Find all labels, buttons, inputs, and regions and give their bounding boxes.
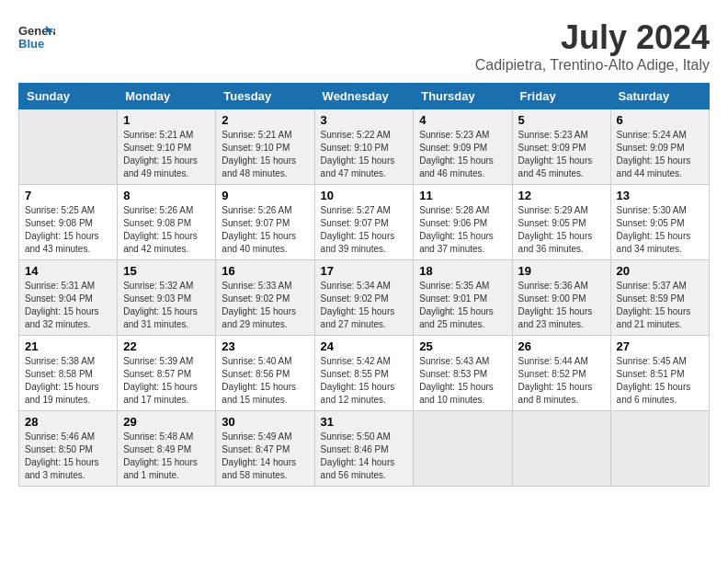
day-detail: Sunrise: 5:25 AM Sunset: 9:08 PM Dayligh… — [25, 204, 111, 256]
calendar-day-30: 30Sunrise: 5:49 AM Sunset: 8:47 PM Dayli… — [216, 411, 314, 487]
calendar-day-5: 5Sunrise: 5:23 AM Sunset: 9:09 PM Daylig… — [512, 109, 610, 185]
day-number: 14 — [25, 264, 111, 278]
calendar-day-21: 21Sunrise: 5:38 AM Sunset: 8:58 PM Dayli… — [19, 336, 118, 411]
day-number: 20 — [617, 264, 703, 278]
calendar-day-16: 16Sunrise: 5:33 AM Sunset: 9:02 PM Dayli… — [216, 260, 314, 336]
day-number: 9 — [222, 189, 308, 202]
day-detail: Sunrise: 5:43 AM Sunset: 8:53 PM Dayligh… — [419, 355, 506, 407]
calendar-week-row: 1Sunrise: 5:21 AM Sunset: 9:10 PM Daylig… — [19, 109, 710, 185]
calendar-day-25: 25Sunrise: 5:43 AM Sunset: 8:53 PM Dayli… — [414, 336, 512, 411]
calendar-day-8: 8Sunrise: 5:26 AM Sunset: 9:08 PM Daylig… — [118, 185, 216, 260]
calendar-day-18: 18Sunrise: 5:35 AM Sunset: 9:01 PM Dayli… — [414, 260, 512, 336]
day-detail: Sunrise: 5:48 AM Sunset: 8:49 PM Dayligh… — [123, 431, 210, 482]
calendar-day-29: 29Sunrise: 5:48 AM Sunset: 8:49 PM Dayli… — [118, 411, 216, 487]
calendar-day-12: 12Sunrise: 5:29 AM Sunset: 9:05 PM Dayli… — [512, 185, 610, 260]
calendar-day-7: 7Sunrise: 5:25 AM Sunset: 9:08 PM Daylig… — [19, 185, 118, 260]
calendar-day-28: 28Sunrise: 5:46 AM Sunset: 8:50 PM Dayli… — [19, 411, 118, 487]
day-detail: Sunrise: 5:26 AM Sunset: 9:07 PM Dayligh… — [222, 204, 308, 256]
day-number: 31 — [321, 415, 408, 429]
day-number: 13 — [617, 189, 703, 202]
calendar-day-empty — [414, 411, 512, 487]
day-detail: Sunrise: 5:37 AM Sunset: 8:59 PM Dayligh… — [617, 280, 703, 331]
day-detail: Sunrise: 5:24 AM Sunset: 9:09 PM Dayligh… — [617, 129, 703, 180]
day-number: 24 — [321, 339, 408, 353]
calendar-week-row: 14Sunrise: 5:31 AM Sunset: 9:04 PM Dayli… — [19, 260, 710, 336]
calendar-day-13: 13Sunrise: 5:30 AM Sunset: 9:05 PM Dayli… — [610, 185, 709, 260]
day-detail: Sunrise: 5:45 AM Sunset: 8:51 PM Dayligh… — [617, 355, 703, 407]
calendar-day-22: 22Sunrise: 5:39 AM Sunset: 8:57 PM Dayli… — [118, 336, 216, 411]
calendar-day-11: 11Sunrise: 5:28 AM Sunset: 9:06 PM Dayli… — [414, 185, 512, 260]
svg-text:Blue: Blue — [18, 37, 44, 51]
day-number: 27 — [617, 339, 703, 353]
day-number: 26 — [518, 339, 605, 353]
calendar-day-6: 6Sunrise: 5:24 AM Sunset: 9:09 PM Daylig… — [610, 109, 709, 185]
day-number: 7 — [25, 189, 111, 202]
day-number: 3 — [321, 113, 408, 127]
calendar-day-17: 17Sunrise: 5:34 AM Sunset: 9:02 PM Dayli… — [314, 260, 414, 336]
day-number: 4 — [419, 113, 506, 127]
day-number: 22 — [123, 339, 210, 353]
calendar-week-row: 21Sunrise: 5:38 AM Sunset: 8:58 PM Dayli… — [19, 336, 710, 411]
day-number: 30 — [222, 415, 308, 429]
calendar-day-14: 14Sunrise: 5:31 AM Sunset: 9:04 PM Dayli… — [19, 260, 118, 336]
day-number: 17 — [321, 264, 408, 278]
weekday-header-wednesday: Wednesday — [314, 84, 414, 109]
weekday-header-thursday: Thursday — [414, 84, 512, 109]
title-block: July 2024 Cadipietra, Trentino-Alto Adig… — [475, 18, 710, 74]
day-detail: Sunrise: 5:23 AM Sunset: 9:09 PM Dayligh… — [419, 129, 506, 180]
calendar-day-1: 1Sunrise: 5:21 AM Sunset: 9:10 PM Daylig… — [118, 109, 216, 185]
day-number: 8 — [123, 189, 210, 202]
day-number: 25 — [419, 339, 506, 353]
day-number: 18 — [419, 264, 506, 278]
calendar-day-19: 19Sunrise: 5:36 AM Sunset: 9:00 PM Dayli… — [512, 260, 610, 336]
calendar-week-row: 7Sunrise: 5:25 AM Sunset: 9:08 PM Daylig… — [19, 185, 710, 260]
calendar-day-empty — [512, 411, 610, 487]
calendar-day-4: 4Sunrise: 5:23 AM Sunset: 9:09 PM Daylig… — [414, 109, 512, 185]
day-detail: Sunrise: 5:33 AM Sunset: 9:02 PM Dayligh… — [222, 280, 308, 331]
day-number: 15 — [123, 264, 210, 278]
day-detail: Sunrise: 5:23 AM Sunset: 9:09 PM Dayligh… — [518, 129, 605, 180]
weekday-header-sunday: Sunday — [19, 84, 118, 109]
calendar-day-23: 23Sunrise: 5:40 AM Sunset: 8:56 PM Dayli… — [216, 336, 314, 411]
weekday-header-row: SundayMondayTuesdayWednesdayThursdayFrid… — [19, 84, 710, 109]
day-number: 16 — [222, 264, 308, 278]
logo: General Blue — [18, 18, 59, 55]
day-detail: Sunrise: 5:36 AM Sunset: 9:00 PM Dayligh… — [518, 280, 605, 331]
day-detail: Sunrise: 5:35 AM Sunset: 9:01 PM Dayligh… — [419, 280, 506, 331]
day-number: 1 — [123, 113, 210, 127]
day-number: 11 — [419, 189, 506, 202]
calendar-day-empty — [19, 109, 118, 185]
day-detail: Sunrise: 5:28 AM Sunset: 9:06 PM Dayligh… — [419, 204, 506, 256]
calendar-day-20: 20Sunrise: 5:37 AM Sunset: 8:59 PM Dayli… — [610, 260, 709, 336]
day-detail: Sunrise: 5:34 AM Sunset: 9:02 PM Dayligh… — [321, 280, 408, 331]
day-detail: Sunrise: 5:27 AM Sunset: 9:07 PM Dayligh… — [321, 204, 408, 256]
day-detail: Sunrise: 5:38 AM Sunset: 8:58 PM Dayligh… — [25, 355, 111, 407]
day-number: 6 — [617, 113, 703, 127]
day-detail: Sunrise: 5:21 AM Sunset: 9:10 PM Dayligh… — [123, 129, 210, 180]
day-detail: Sunrise: 5:26 AM Sunset: 9:08 PM Dayligh… — [123, 204, 210, 256]
day-detail: Sunrise: 5:31 AM Sunset: 9:04 PM Dayligh… — [25, 280, 111, 331]
day-detail: Sunrise: 5:42 AM Sunset: 8:55 PM Dayligh… — [321, 355, 408, 407]
calendar-day-27: 27Sunrise: 5:45 AM Sunset: 8:51 PM Dayli… — [610, 336, 709, 411]
day-detail: Sunrise: 5:21 AM Sunset: 9:10 PM Dayligh… — [222, 129, 308, 180]
day-detail: Sunrise: 5:29 AM Sunset: 9:05 PM Dayligh… — [518, 204, 605, 256]
weekday-header-friday: Friday — [512, 84, 610, 109]
header: General Blue July 2024 Cadipietra, Trent… — [18, 18, 710, 74]
month-year: July 2024 — [475, 18, 710, 57]
weekday-header-monday: Monday — [118, 84, 216, 109]
day-number: 10 — [321, 189, 408, 202]
day-detail: Sunrise: 5:49 AM Sunset: 8:47 PM Dayligh… — [222, 431, 308, 482]
day-detail: Sunrise: 5:30 AM Sunset: 9:05 PM Dayligh… — [617, 204, 703, 256]
day-number: 29 — [123, 415, 210, 429]
day-detail: Sunrise: 5:44 AM Sunset: 8:52 PM Dayligh… — [518, 355, 605, 407]
day-number: 5 — [518, 113, 605, 127]
day-detail: Sunrise: 5:22 AM Sunset: 9:10 PM Dayligh… — [321, 129, 408, 180]
calendar: SundayMondayTuesdayWednesdayThursdayFrid… — [18, 83, 710, 487]
day-detail: Sunrise: 5:40 AM Sunset: 8:56 PM Dayligh… — [222, 355, 308, 407]
day-number: 23 — [222, 339, 308, 353]
day-detail: Sunrise: 5:46 AM Sunset: 8:50 PM Dayligh… — [25, 431, 111, 482]
calendar-day-3: 3Sunrise: 5:22 AM Sunset: 9:10 PM Daylig… — [314, 109, 414, 185]
day-detail: Sunrise: 5:39 AM Sunset: 8:57 PM Dayligh… — [123, 355, 210, 407]
calendar-week-row: 28Sunrise: 5:46 AM Sunset: 8:50 PM Dayli… — [19, 411, 710, 487]
calendar-day-15: 15Sunrise: 5:32 AM Sunset: 9:03 PM Dayli… — [118, 260, 216, 336]
